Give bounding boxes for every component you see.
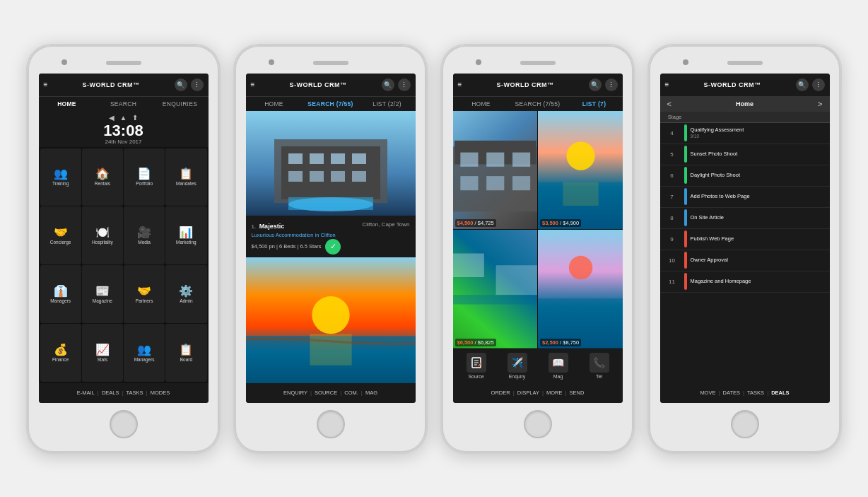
home-button-1[interactable] xyxy=(110,410,138,438)
search-icon-3[interactable]: 🔍 xyxy=(589,78,602,91)
source-label: Source xyxy=(468,374,483,379)
bottom-com-2[interactable]: COM. xyxy=(344,390,358,396)
bar-5 xyxy=(684,146,687,163)
action-source[interactable]: Source xyxy=(467,353,486,379)
nav-search-3[interactable]: SEARCH (7/55) xyxy=(510,97,566,111)
stage-10: 10 xyxy=(660,256,684,265)
hamburger-icon-4[interactable]: ≡ xyxy=(665,81,669,88)
svg-rect-7 xyxy=(288,171,303,182)
enquiry-icon: ✈️ xyxy=(508,353,527,373)
grid-item-managers2[interactable]: 👥 Managers xyxy=(124,324,165,382)
grid-item-partners[interactable]: 🤝 Partners xyxy=(124,265,165,323)
bottom-email-1[interactable]: E-MAIL xyxy=(77,390,95,396)
grid-cell-3[interactable]: $6,500 / $6,825 xyxy=(453,230,538,349)
more-icon-3[interactable]: ⋮ xyxy=(605,78,618,91)
crm-row-5[interactable]: 5 Sunset Photo Shoot xyxy=(660,144,830,165)
task-label-6: Daylight Photo Shoot xyxy=(691,172,740,179)
grid-item-hospitality[interactable]: 🍽️ Hospitality xyxy=(82,206,123,264)
bottom-more-3[interactable]: MORE xyxy=(546,390,563,396)
grid-item-finance[interactable]: 💰 Finance xyxy=(40,324,81,382)
action-mag[interactable]: 📖 Mag xyxy=(549,353,568,379)
bottom-modes-1[interactable]: MODES xyxy=(151,390,170,396)
grid-item-stats[interactable]: 📈 Stats xyxy=(82,324,123,382)
home-button-4[interactable] xyxy=(731,410,759,438)
grid-item-training[interactable]: 👥 Training xyxy=(40,148,81,206)
nav-list-2[interactable]: LIST (2/2) xyxy=(359,97,416,111)
crm-row-7[interactable]: 7 Add Photos to Web Page xyxy=(660,187,830,208)
clock-section: ◀ ▲ ⬆ 13:08 24th Nov 2017 xyxy=(39,111,209,147)
home-button-3[interactable] xyxy=(524,410,552,438)
grid-item-admin[interactable]: ⚙️ Admin xyxy=(165,265,206,323)
action-enquiry[interactable]: ✈️ Enquiry xyxy=(508,353,527,379)
phone-2: ≡ S-WORLD CRM™ 🔍 ⋮ HOME SEARCH (7/55) LI… xyxy=(233,44,428,454)
bottom-tasks-1[interactable]: TASKS xyxy=(127,390,143,396)
bottom-order-3[interactable]: ORDER xyxy=(491,390,510,396)
grid-item-magazine[interactable]: 📰 Magazine xyxy=(82,265,123,323)
clock-back[interactable]: ◀ xyxy=(109,114,115,122)
grid-item-managers[interactable]: 👔 Managers xyxy=(40,265,81,323)
crm-back-button[interactable]: < xyxy=(664,99,674,109)
action-tel[interactable]: 📞 Tel xyxy=(590,353,609,379)
nav-home-3[interactable]: HOME xyxy=(453,97,510,111)
crm-row-6[interactable]: 6 Daylight Photo Shoot xyxy=(660,165,830,187)
hamburger-icon-2[interactable]: ≡ xyxy=(251,81,255,88)
nav-home-1[interactable]: HOME xyxy=(39,97,95,111)
task-label-8: On Site Article xyxy=(691,214,725,221)
nav-home-2[interactable]: HOME xyxy=(246,97,303,111)
topbar-icons-3: 🔍 ⋮ xyxy=(589,78,618,91)
bottom-tasks-4[interactable]: TASKS xyxy=(747,390,764,396)
more-icon-1[interactable]: ⋮ xyxy=(191,78,204,91)
phone-2-screen: ≡ S-WORLD CRM™ 🔍 ⋮ HOME SEARCH (7/55) LI… xyxy=(246,74,416,403)
bottom-deals-4[interactable]: DEALS xyxy=(771,390,789,396)
search-icon-1[interactable]: 🔍 xyxy=(175,78,187,91)
crm-row-11[interactable]: 11 Magazine and Homepage xyxy=(660,271,830,293)
crm-row-9[interactable]: 9 Publish Web Page xyxy=(660,229,830,250)
home-button-2[interactable] xyxy=(317,410,345,438)
magazine-label: Magazine xyxy=(93,298,112,303)
crm-row-4[interactable]: 4 Qualifying Assessment 9/10 xyxy=(660,123,830,144)
grid-item-concierge[interactable]: 🤝 Concierge xyxy=(40,206,81,264)
clock-share[interactable]: ⬆ xyxy=(132,114,138,122)
grid-section: 👥 Training 🏠 Rentals 📄 Portfolio 📋 Manda… xyxy=(39,147,209,383)
bottom-display-3[interactable]: DISPLAY xyxy=(517,390,539,396)
bottom-deals-1[interactable]: DEALS xyxy=(102,390,119,396)
svg-rect-4 xyxy=(310,153,324,164)
crm-row-8[interactable]: 8 On Site Article xyxy=(660,208,830,229)
grid-cell-4[interactable]: $2,500 / $8,750 xyxy=(538,230,623,349)
property-image-main xyxy=(246,111,416,216)
more-icon-2[interactable]: ⋮ xyxy=(398,78,411,91)
grid-item-media[interactable]: 🎥 Media xyxy=(124,206,165,264)
bottom-enquiry-2[interactable]: ENQUIRY xyxy=(283,390,307,396)
nav-search-2[interactable]: SEARCH (7/55) xyxy=(303,97,359,111)
crm-row-10[interactable]: 10 Owner Approval xyxy=(660,250,830,271)
grid-item-board[interactable]: 📋 Board xyxy=(165,324,206,382)
grid-item-rentals[interactable]: 🏠 Rentals xyxy=(82,148,123,206)
task-10: Owner Approval xyxy=(684,250,830,270)
search-icon-4[interactable]: 🔍 xyxy=(796,78,809,91)
svg-point-35 xyxy=(569,256,593,280)
grid-cell-1[interactable]: $4,500 / $4,725 xyxy=(453,111,538,230)
bottom-move-4[interactable]: MOVE xyxy=(700,390,715,396)
search-icon-2[interactable]: 🔍 xyxy=(382,78,394,91)
grid-item-marketing[interactable]: 📊 Marketing xyxy=(165,206,206,264)
bottom-mag-2[interactable]: MAG xyxy=(365,390,377,396)
svg-rect-24 xyxy=(486,176,504,190)
managers-icon: 👔 xyxy=(54,286,68,297)
grid-cell-2[interactable]: $3,500 / $4,900 xyxy=(538,111,623,230)
bottom-dates-4[interactable]: DATES xyxy=(723,390,740,396)
grid-item-portfolio[interactable]: 📄 Portfolio xyxy=(124,148,165,206)
concierge-icon: 🤝 xyxy=(54,227,68,238)
clock-up[interactable]: ▲ xyxy=(120,114,127,122)
hamburger-icon-1[interactable]: ≡ xyxy=(44,81,48,88)
hamburger-icon-3[interactable]: ≡ xyxy=(458,81,462,88)
crm-forward-button[interactable]: > xyxy=(815,99,825,109)
nav-list-3[interactable]: LIST (7) xyxy=(566,97,623,111)
bottom-send-3[interactable]: SEND xyxy=(570,390,585,396)
bottom-source-2[interactable]: SOURCE xyxy=(315,390,337,396)
nav-search-1[interactable]: SEARCH xyxy=(95,97,152,111)
nav-enquiries-1[interactable]: ENQUIRIES xyxy=(152,97,209,111)
more-icon-4[interactable]: ⋮ xyxy=(812,78,825,91)
clock-controls: ◀ ▲ ⬆ xyxy=(39,114,209,122)
grid-item-mandates[interactable]: 📋 Mandates xyxy=(165,148,206,206)
task-label-9: Publish Web Page xyxy=(691,235,734,242)
